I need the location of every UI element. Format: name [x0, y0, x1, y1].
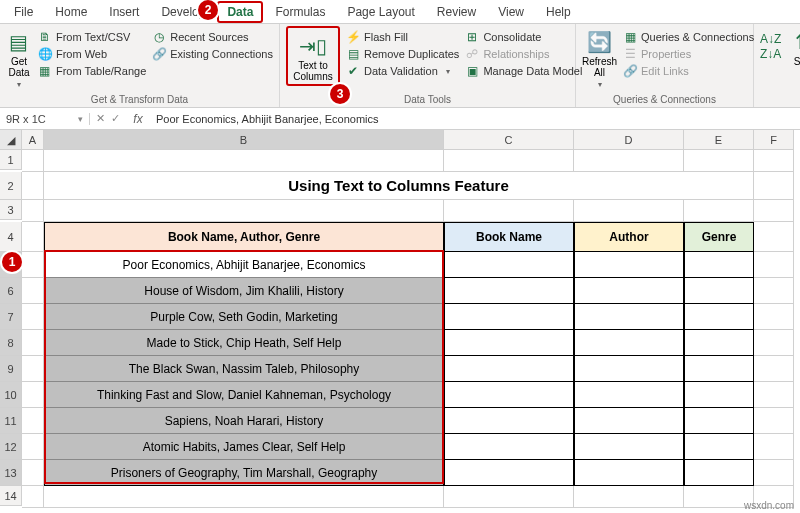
col-header-d[interactable]: D — [574, 130, 684, 150]
cell[interactable] — [754, 200, 794, 222]
cell[interactable] — [754, 172, 794, 200]
tab-insert[interactable]: Insert — [99, 1, 149, 23]
row-header[interactable]: 13 — [0, 460, 22, 486]
row-header[interactable]: 12 — [0, 434, 22, 460]
callout-badge-2: 2 — [198, 0, 218, 20]
table-row[interactable]: Purple Cow, Seth Godin, Marketing — [44, 304, 444, 330]
table-header-author[interactable]: Author — [574, 222, 684, 252]
properties-icon: ☰ — [623, 47, 637, 61]
cell[interactable] — [754, 222, 794, 252]
title-cell[interactable]: Using Text to Columns Feature — [44, 172, 754, 200]
cell[interactable] — [574, 200, 684, 222]
tab-formulas[interactable]: Formulas — [265, 1, 335, 23]
cell[interactable] — [44, 200, 444, 222]
flash-fill-button[interactable]: ⚡Flash Fill — [346, 30, 459, 44]
row-header[interactable]: 7 — [0, 304, 22, 330]
cell[interactable] — [22, 172, 44, 200]
existing-connections-button[interactable]: 🔗Existing Connections — [152, 47, 273, 61]
get-data-button[interactable]: ▤ Get Data ▾ — [6, 26, 32, 89]
queries-connections-button[interactable]: ▦Queries & Connections — [623, 30, 754, 44]
table-row[interactable]: Poor Economics, Abhijit Banarjee, Econom… — [44, 252, 444, 278]
relationships-button[interactable]: ☍Relationships — [465, 47, 582, 61]
globe-icon: 🌐 — [38, 47, 52, 61]
worksheet-grid[interactable]: ◢ A B C D E F 1 2 Using Text to Columns … — [0, 130, 800, 508]
recent-sources-button[interactable]: ◷Recent Sources — [152, 30, 273, 44]
cell[interactable] — [22, 150, 44, 172]
from-table-button[interactable]: ▦From Table/Range — [38, 64, 146, 78]
fx-icon[interactable]: fx — [126, 112, 150, 126]
select-all-corner[interactable]: ◢ — [0, 130, 22, 150]
row-header[interactable]: 2 — [0, 172, 22, 200]
edit-links-button[interactable]: 🔗Edit Links — [623, 64, 754, 78]
remove-duplicates-button[interactable]: ▤Remove Duplicates — [346, 47, 459, 61]
text-to-columns-icon: ⇥▯ — [299, 34, 327, 58]
tab-file[interactable]: File — [4, 1, 43, 23]
from-textcsv-button[interactable]: 🗎From Text/CSV — [38, 30, 146, 44]
cell[interactable] — [22, 222, 44, 252]
row-header[interactable]: 9 — [0, 356, 22, 382]
row-header[interactable]: 3 — [0, 200, 22, 220]
manage-data-model-button[interactable]: ▣Manage Data Model — [465, 64, 582, 78]
table-row[interactable]: Atomic Habits, James Clear, Self Help — [44, 434, 444, 460]
tab-review[interactable]: Review — [427, 1, 486, 23]
table-row[interactable]: House of Wisdom, Jim Khalili, History — [44, 278, 444, 304]
table-row[interactable]: Made to Stick, Chip Heath, Self Help — [44, 330, 444, 356]
tab-data[interactable]: Data — [217, 1, 263, 23]
group-label-gettransform: Get & Transform Data — [6, 94, 273, 107]
table-row[interactable]: Thinking Fast and Slow, Daniel Kahneman,… — [44, 382, 444, 408]
row-header[interactable]: 6 — [0, 278, 22, 304]
cell[interactable] — [754, 150, 794, 172]
sort-desc-button[interactable]: Z↓A — [760, 47, 774, 61]
from-web-button[interactable]: 🌐From Web — [38, 47, 146, 61]
cancel-icon[interactable]: ✕ — [96, 112, 105, 125]
name-box[interactable]: 9R x 1C▾ — [0, 113, 90, 125]
cell[interactable] — [44, 150, 444, 172]
col-header-e[interactable]: E — [684, 130, 754, 150]
cell[interactable] — [22, 200, 44, 222]
data-model-icon: ▣ — [465, 64, 479, 78]
col-header-f[interactable]: F — [754, 130, 794, 150]
table-header-combined[interactable]: Book Name, Author, Genre — [44, 222, 444, 252]
table-row[interactable]: Sapiens, Noah Harari, History — [44, 408, 444, 434]
tab-help[interactable]: Help — [536, 1, 581, 23]
table-row[interactable]: The Black Swan, Nassim Taleb, Philosophy — [44, 356, 444, 382]
tab-pagelayout[interactable]: Page Layout — [337, 1, 424, 23]
sort-desc-icon: Z↓A — [760, 47, 774, 61]
data-validation-button[interactable]: ✔Data Validation▾ — [346, 64, 459, 78]
table-row[interactable]: Prisoners of Geography, Tim Marshall, Ge… — [44, 460, 444, 486]
cell[interactable] — [574, 150, 684, 172]
validation-icon: ✔ — [346, 64, 360, 78]
cell[interactable] — [684, 200, 754, 222]
formula-input[interactable]: Poor Economics, Abhijit Banarjee, Econom… — [150, 113, 800, 125]
callout-badge-3: 3 — [330, 84, 350, 104]
properties-button[interactable]: ☰Properties — [623, 47, 754, 61]
row-header[interactable]: 4 — [0, 222, 22, 252]
cell[interactable] — [444, 200, 574, 222]
row-header[interactable]: 1 — [0, 150, 22, 170]
recent-icon: ◷ — [152, 30, 166, 44]
row-header[interactable]: 8 — [0, 330, 22, 356]
col-header-c[interactable]: C — [444, 130, 574, 150]
tab-home[interactable]: Home — [45, 1, 97, 23]
refresh-all-button[interactable]: 🔄 Refresh All ▾ — [582, 26, 617, 89]
row-header[interactable]: 10 — [0, 382, 22, 408]
col-header-a[interactable]: A — [22, 130, 44, 150]
formula-bar: 9R x 1C▾ ✕✓ fx Poor Economics, Abhijit B… — [0, 108, 800, 130]
cell[interactable] — [684, 150, 754, 172]
table-header-bookname[interactable]: Book Name — [444, 222, 574, 252]
row-header[interactable]: 14 — [0, 486, 22, 506]
chevron-down-icon: ▾ — [598, 80, 602, 89]
cell[interactable] — [444, 150, 574, 172]
duplicates-icon: ▤ — [346, 47, 360, 61]
col-header-b[interactable]: B — [44, 130, 444, 150]
row-header[interactable]: 11 — [0, 408, 22, 434]
connection-icon: 🔗 — [152, 47, 166, 61]
sort-asc-button[interactable]: A↓Z — [760, 32, 774, 46]
consolidate-button[interactable]: ⊞Consolidate — [465, 30, 582, 44]
enter-icon[interactable]: ✓ — [111, 112, 120, 125]
sort-button[interactable]: ⇅ Sort — [780, 26, 800, 67]
tab-view[interactable]: View — [488, 1, 534, 23]
table-header-genre[interactable]: Genre — [684, 222, 754, 252]
chevron-down-icon: ▾ — [17, 80, 21, 89]
text-to-columns-button[interactable]: ⇥▯ Text to Columns — [290, 30, 336, 82]
